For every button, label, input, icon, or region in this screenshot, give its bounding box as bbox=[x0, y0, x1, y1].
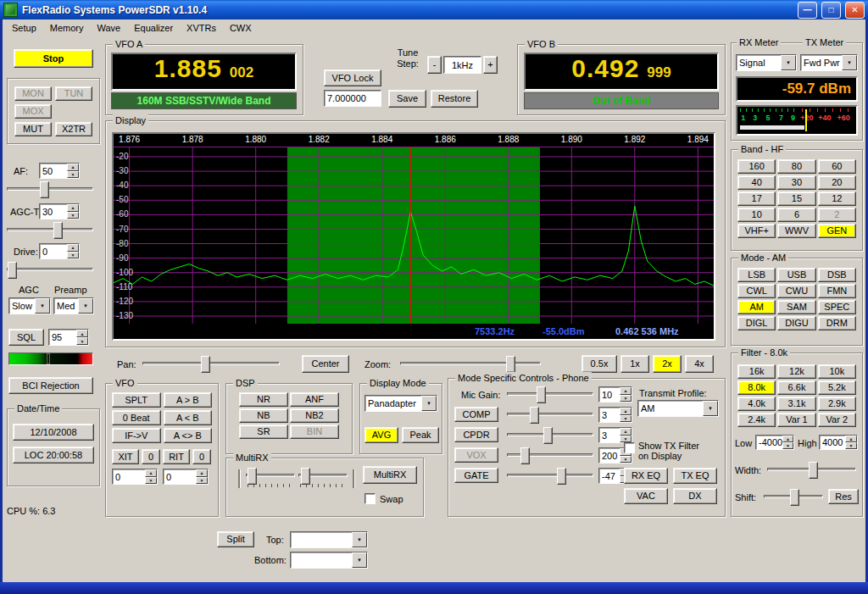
gate-slider[interactable] bbox=[507, 468, 593, 483]
rit-down-icon[interactable]: ▼ bbox=[196, 477, 208, 485]
tune-step-down-button[interactable]: - bbox=[427, 56, 442, 74]
multirx-pan-thumb[interactable] bbox=[248, 468, 257, 485]
mode-drm[interactable]: DRM bbox=[818, 316, 856, 330]
tx-meter-dropdown-icon[interactable]: ▼ bbox=[842, 55, 857, 70]
agc-combo[interactable]: Slow ▼ bbox=[8, 297, 51, 314]
split-display-button[interactable]: Split bbox=[217, 531, 254, 547]
filter-10k[interactable]: 10k bbox=[818, 364, 856, 379]
filter-2-9k[interactable]: 2.9k bbox=[818, 397, 856, 411]
zoom-slider-thumb[interactable] bbox=[506, 356, 515, 373]
drive-spin-up-icon[interactable]: ▲ bbox=[67, 244, 79, 252]
rx-meter-combo[interactable]: Signal ▼ bbox=[736, 54, 797, 71]
tx-meter-combo[interactable]: Fwd Pwr ▼ bbox=[800, 54, 858, 71]
af-spinner[interactable]: 50 ▲▼ bbox=[39, 163, 80, 179]
vfo-splt[interactable]: SPLT bbox=[112, 392, 161, 408]
mode-cwu[interactable]: CWU bbox=[777, 284, 815, 298]
comp-slider[interactable] bbox=[507, 407, 593, 422]
mic-gain-spinner[interactable]: 10 ▲▼ bbox=[598, 386, 632, 402]
mode-digl[interactable]: DIGL bbox=[737, 316, 776, 330]
band-15[interactable]: 15 bbox=[777, 192, 815, 206]
gate-button[interactable]: GATE bbox=[454, 468, 498, 483]
drive-slider[interactable] bbox=[7, 262, 93, 277]
vox-thumb[interactable] bbox=[520, 447, 530, 464]
sql-level-bar[interactable] bbox=[8, 353, 93, 365]
vfo-a-b[interactable]: A <> B bbox=[164, 428, 213, 443]
rit-button[interactable]: RIT bbox=[163, 449, 190, 464]
bci-rejection-button[interactable]: BCI Rejection bbox=[8, 377, 93, 394]
mode-usb[interactable]: USB bbox=[777, 268, 815, 282]
band-20[interactable]: 20 bbox=[818, 175, 856, 190]
vfo-b-frequency-display[interactable]: 0.492 999 bbox=[524, 53, 719, 91]
dsp-nb[interactable]: NB bbox=[239, 408, 288, 423]
menu-equalizer[interactable]: Equalizer bbox=[127, 20, 180, 36]
mic-gain-thumb[interactable] bbox=[537, 386, 546, 403]
agct-spinner[interactable]: 30 ▲▼ bbox=[39, 203, 80, 219]
spectrum-plot[interactable]: -20-30-40-50-60-70-80-90-100-110-120-130 bbox=[114, 147, 714, 326]
band-80[interactable]: 80 bbox=[777, 159, 815, 174]
cpdr-button[interactable]: CPDR bbox=[454, 427, 498, 442]
agct-spin-up-icon[interactable]: ▲ bbox=[67, 204, 79, 212]
zoom-0-5x[interactable]: 0.5x bbox=[581, 355, 617, 373]
filter-var-1[interactable]: Var 1 bbox=[777, 413, 815, 427]
vox-slider[interactable] bbox=[507, 447, 593, 463]
peak-button[interactable]: Peak bbox=[402, 427, 439, 443]
comp-thumb[interactable] bbox=[530, 407, 539, 424]
tx-eq-button[interactable]: TX EQ bbox=[673, 468, 717, 484]
filter-shift-thumb[interactable] bbox=[790, 489, 799, 506]
xit-up-icon[interactable]: ▲ bbox=[145, 469, 157, 477]
avg-button[interactable]: AVG bbox=[364, 427, 398, 443]
drive-spin-down-icon[interactable]: ▼ bbox=[67, 252, 79, 259]
pan-slider[interactable] bbox=[142, 356, 280, 371]
mode-lsb[interactable]: LSB bbox=[737, 268, 776, 282]
filter-width-slider[interactable] bbox=[767, 462, 856, 477]
filter-8-0k[interactable]: 8.0k bbox=[737, 380, 776, 395]
vfo-a-b[interactable]: A > B bbox=[164, 392, 213, 408]
band-6[interactable]: 6 bbox=[777, 208, 815, 222]
zoom-4x[interactable]: 4x bbox=[685, 355, 714, 373]
dx-button[interactable]: DX bbox=[673, 488, 717, 504]
show-tx-filter-checkbox[interactable] bbox=[624, 442, 635, 453]
sql-spin-down-icon[interactable]: ▼ bbox=[76, 337, 88, 345]
top-display-dropdown-icon[interactable]: ▼ bbox=[352, 532, 367, 547]
filter-shift-slider[interactable] bbox=[764, 489, 823, 504]
band-160[interactable]: 160 bbox=[737, 159, 776, 174]
save-button[interactable]: Save bbox=[388, 90, 426, 108]
comp-spinner[interactable]: 3 ▲▼ bbox=[598, 407, 632, 423]
vox-down-icon[interactable]: ▼ bbox=[620, 456, 632, 464]
af-slider-thumb[interactable] bbox=[40, 181, 49, 198]
filter-width-thumb[interactable] bbox=[809, 462, 818, 479]
af-spin-up-icon[interactable]: ▲ bbox=[67, 164, 79, 171]
mic-gain-down-icon[interactable]: ▼ bbox=[620, 395, 632, 402]
comp-button[interactable]: COMP bbox=[454, 407, 498, 422]
mode-fmn[interactable]: FMN bbox=[818, 284, 856, 298]
af-spin-down-icon[interactable]: ▼ bbox=[67, 171, 79, 179]
band-10[interactable]: 10 bbox=[737, 208, 776, 222]
vfo-a-frequency-display[interactable]: 1.885 002 bbox=[111, 53, 297, 91]
gate-thumb[interactable] bbox=[557, 468, 566, 485]
title-bar[interactable]: FlexRadio Systems PowerSDR v1.10.4 — □ ✕ bbox=[0, 0, 868, 19]
rx-meter-dropdown-icon[interactable]: ▼ bbox=[781, 55, 796, 70]
filter-4-0k[interactable]: 4.0k bbox=[737, 397, 776, 411]
mode-digu[interactable]: DIGU bbox=[777, 316, 815, 330]
frequency-entry-field[interactable]: 7.000000 bbox=[324, 90, 381, 107]
rit-spinner[interactable]: 0 ▲▼ bbox=[163, 469, 209, 485]
multirx-gain-thumb[interactable] bbox=[301, 468, 310, 485]
mode-sam[interactable]: SAM bbox=[777, 300, 815, 314]
filter-var-2[interactable]: Var 2 bbox=[818, 413, 856, 427]
filter-low-down-icon[interactable]: ▼ bbox=[782, 442, 793, 449]
cpdr-down-icon[interactable]: ▼ bbox=[620, 436, 632, 443]
panadapter-display[interactable]: 1.8761.8781.8801.8821.8841.8861.8881.890… bbox=[112, 132, 715, 341]
vfo-0-beat[interactable]: 0 Beat bbox=[112, 410, 161, 425]
band-30[interactable]: 30 bbox=[777, 175, 815, 190]
restore-button[interactable]: Restore bbox=[431, 90, 478, 108]
mic-gain-up-icon[interactable]: ▲ bbox=[620, 387, 632, 395]
preamp-dropdown-icon[interactable]: ▼ bbox=[78, 298, 93, 314]
mode-cwl[interactable]: CWL bbox=[737, 284, 776, 298]
band-17[interactable]: 17 bbox=[737, 192, 776, 206]
preamp-combo[interactable]: Med ▼ bbox=[53, 297, 94, 314]
bottom-display-combo[interactable]: ▼ bbox=[290, 552, 368, 569]
zoom-slider[interactable] bbox=[400, 356, 541, 371]
dsp-anf[interactable]: ANF bbox=[290, 392, 339, 407]
band-40[interactable]: 40 bbox=[737, 175, 776, 190]
time-display[interactable]: LOC 20:00:58 bbox=[13, 447, 94, 464]
